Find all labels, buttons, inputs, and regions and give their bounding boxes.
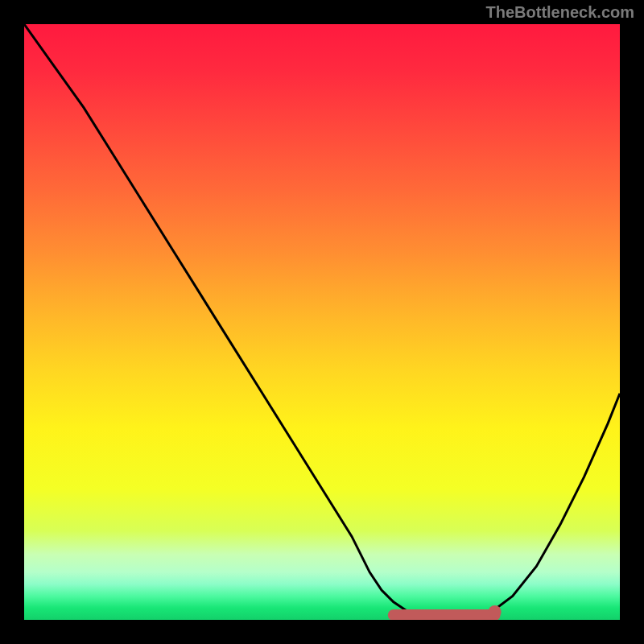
plateau-end-dot bbox=[489, 605, 502, 618]
watermark-text: TheBottleneck.com bbox=[486, 3, 634, 22]
bottleneck-curve-line bbox=[24, 24, 620, 620]
plot-area bbox=[24, 24, 620, 620]
chart-svg bbox=[24, 24, 620, 620]
